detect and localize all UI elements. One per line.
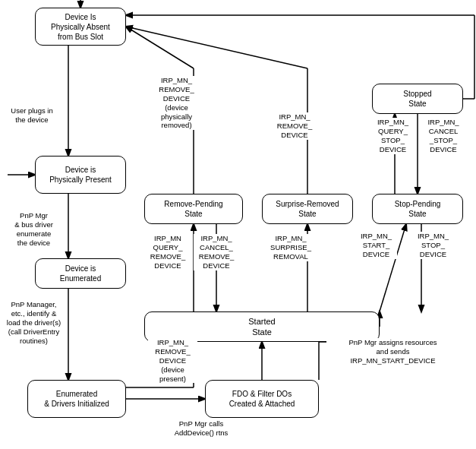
label-irp-remove-dev: IRP_MN_ REMOVE_ DEVICE [272,112,317,140]
surprise-removed-box: Surprise-Removed State [262,194,353,224]
fdo-box: FDO & Filter DOs Created & Attached [205,380,319,418]
present-box: Device is Physically Present [35,156,126,194]
stop-pending-label: Stop-Pending State [395,199,441,219]
present-label: Device is Physically Present [49,165,112,185]
remove-pending-label: Remove-Pending State [164,199,222,219]
label-irp-remove-phys: IRP_MN_ REMOVE_ DEVICE (device physicall… [152,76,201,130]
label-irp-surprise: IRP_MN_ SURPRISE_ REMOVAL [264,234,317,261]
label-pnp-load: PnP Manager, etc., identify & load the d… [2,300,66,345]
label-pnp-adddev: PnP Mgr calls AddDevice() rtns [163,419,239,438]
label-pnp-resources: PnP Mgr assigns resources and sends IRP_… [326,338,459,365]
stopped-label: Stopped State [403,89,431,109]
drivers-box: Enumerated & Drivers Initialized [27,380,126,418]
label-irp-start: IRP_MN_ START_ DEVICE [355,232,397,259]
stop-pending-box: Stop-Pending State [372,194,463,224]
surprise-removed-label: Surprise-Removed State [276,199,339,219]
enumerated-box: Device is Enumerated [35,258,126,289]
started-label: Started State [248,316,275,338]
fdo-label: FDO & Filter DOs Created & Attached [229,389,295,409]
label-irp-stop: IRP_MN_ STOP_ DEVICE [412,232,454,259]
svg-line-16 [126,27,194,68]
remove-pending-box: Remove-Pending State [144,194,243,224]
label-irp-query-stop: IRP_MN_ QUERY_ STOP_ DEVICE [372,118,414,154]
state-diagram: Device Is Physically Absent from Bus Slo… [0,0,476,449]
svg-line-18 [126,27,307,68]
label-pnp-enum: PnP Mgr & bus driver enumerate the devic… [2,211,66,248]
absent-box: Device Is Physically Absent from Bus Slo… [35,8,126,46]
label-remove-present: IRP_MN_ REMOVE_ DEVICE (device present) [148,338,197,383]
label-irp-cancel-remove: IRP_MN_ CANCEL_ REMOVE_ DEVICE [194,234,239,270]
label-plug: User plugs in the device [2,106,62,125]
drivers-label: Enumerated & Drivers Initialized [44,389,109,409]
absent-label: Device Is Physically Absent from Bus Slo… [51,12,110,42]
stopped-box: Stopped State [372,84,463,114]
label-irp-query-remove: IRP_MN QUERY_ REMOVE_ DEVICE [146,234,190,270]
started-box: Started State [144,311,380,342]
enumerated-label: Device is Enumerated [60,264,101,283]
label-irp-cancel-stop: IRP_MN_ CANCEL _STOP_ DEVICE [421,118,465,154]
